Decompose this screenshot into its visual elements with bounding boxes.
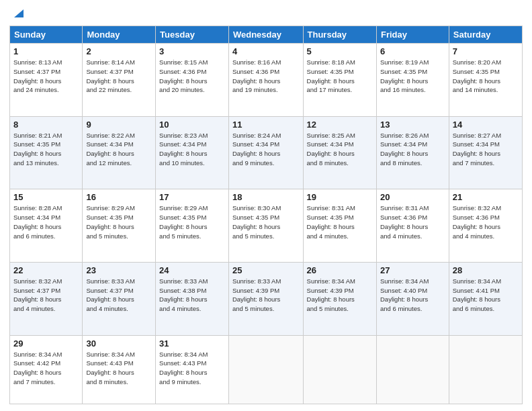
day-number: 20 (380, 192, 445, 202)
day-info: Sunrise: 8:13 AMSunset: 4:37 PMDaylight:… (13, 58, 79, 95)
day-number: 13 (380, 120, 445, 130)
calendar-table: SundayMondayTuesdayWednesdayThursdayFrid… (9, 26, 523, 404)
day-number: 15 (13, 192, 79, 202)
calendar-cell: 4Sunrise: 8:16 AMSunset: 4:36 PMDaylight… (228, 44, 303, 117)
calendar-cell: 20Sunrise: 8:31 AMSunset: 4:36 PMDayligh… (376, 189, 449, 263)
day-info: Sunrise: 8:24 AMSunset: 4:34 PMDaylight:… (232, 131, 300, 168)
day-number: 30 (86, 338, 152, 349)
calendar-header-saturday: Saturday (449, 26, 522, 44)
calendar-cell: 8Sunrise: 8:21 AMSunset: 4:35 PMDaylight… (10, 116, 83, 189)
calendar-cell (228, 335, 303, 404)
day-info: Sunrise: 8:32 AMSunset: 4:36 PMDaylight:… (453, 203, 519, 240)
calendar-cell: 21Sunrise: 8:32 AMSunset: 4:36 PMDayligh… (449, 189, 522, 263)
day-info: Sunrise: 8:34 AMSunset: 4:41 PMDaylight:… (453, 277, 519, 314)
day-info: Sunrise: 8:33 AMSunset: 4:39 PMDaylight:… (232, 277, 300, 314)
calendar-cell: 15Sunrise: 8:28 AMSunset: 4:34 PMDayligh… (10, 189, 83, 263)
calendar-header-wednesday: Wednesday (228, 26, 303, 44)
day-number: 28 (453, 265, 519, 275)
day-number: 16 (86, 192, 152, 202)
day-number: 7 (453, 46, 519, 56)
day-number: 9 (86, 120, 152, 130)
day-info: Sunrise: 8:34 AMSunset: 4:43 PMDaylight:… (86, 350, 152, 387)
calendar-cell: 23Sunrise: 8:33 AMSunset: 4:37 PMDayligh… (83, 262, 156, 335)
day-number: 23 (86, 265, 152, 275)
day-number: 21 (453, 192, 519, 202)
calendar-cell (303, 335, 376, 404)
day-info: Sunrise: 8:22 AMSunset: 4:34 PMDaylight:… (86, 131, 152, 168)
svg-marker-0 (14, 9, 24, 17)
calendar-cell: 18Sunrise: 8:30 AMSunset: 4:35 PMDayligh… (228, 189, 303, 263)
calendar-cell: 29Sunrise: 8:34 AMSunset: 4:42 PMDayligh… (10, 335, 83, 404)
calendar-header-friday: Friday (376, 26, 449, 44)
calendar-cell: 6Sunrise: 8:19 AMSunset: 4:35 PMDaylight… (376, 44, 449, 117)
calendar-header-thursday: Thursday (303, 26, 376, 44)
day-info: Sunrise: 8:19 AMSunset: 4:35 PMDaylight:… (380, 58, 445, 95)
calendar-header-sunday: Sunday (10, 26, 83, 44)
day-number: 12 (307, 120, 373, 130)
calendar-cell: 2Sunrise: 8:14 AMSunset: 4:37 PMDaylight… (83, 44, 156, 117)
day-info: Sunrise: 8:25 AMSunset: 4:34 PMDaylight:… (307, 131, 373, 168)
day-number: 19 (307, 192, 373, 202)
day-info: Sunrise: 8:33 AMSunset: 4:38 PMDaylight:… (159, 277, 225, 314)
day-info: Sunrise: 8:20 AMSunset: 4:35 PMDaylight:… (453, 58, 519, 95)
calendar-cell: 11Sunrise: 8:24 AMSunset: 4:34 PMDayligh… (228, 116, 303, 189)
calendar-header-row: SundayMondayTuesdayWednesdayThursdayFrid… (10, 26, 523, 44)
day-number: 5 (307, 46, 373, 56)
day-number: 22 (13, 265, 79, 275)
calendar-cell: 25Sunrise: 8:33 AMSunset: 4:39 PMDayligh… (228, 262, 303, 335)
day-info: Sunrise: 8:28 AMSunset: 4:34 PMDaylight:… (13, 203, 79, 240)
day-number: 27 (380, 265, 445, 275)
calendar-cell: 30Sunrise: 8:34 AMSunset: 4:43 PMDayligh… (83, 335, 156, 404)
calendar-cell: 22Sunrise: 8:32 AMSunset: 4:37 PMDayligh… (10, 262, 83, 335)
day-info: Sunrise: 8:26 AMSunset: 4:34 PMDaylight:… (380, 131, 445, 168)
calendar-cell: 5Sunrise: 8:18 AMSunset: 4:35 PMDaylight… (303, 44, 376, 117)
day-number: 18 (232, 192, 300, 202)
calendar-cell (376, 335, 449, 404)
calendar-cell: 27Sunrise: 8:34 AMSunset: 4:40 PMDayligh… (376, 262, 449, 335)
calendar-header-monday: Monday (83, 26, 156, 44)
day-info: Sunrise: 8:29 AMSunset: 4:35 PMDaylight:… (159, 203, 225, 240)
calendar-cell: 10Sunrise: 8:23 AMSunset: 4:34 PMDayligh… (156, 116, 229, 189)
day-info: Sunrise: 8:21 AMSunset: 4:35 PMDaylight:… (13, 131, 79, 168)
page-container: SundayMondayTuesdayWednesdayThursdayFrid… (0, 0, 532, 411)
logo (9, 7, 26, 20)
day-number: 10 (159, 120, 225, 130)
calendar-cell: 24Sunrise: 8:33 AMSunset: 4:38 PMDayligh… (156, 262, 229, 335)
day-info: Sunrise: 8:16 AMSunset: 4:36 PMDaylight:… (232, 58, 300, 95)
calendar-cell (449, 335, 522, 404)
day-info: Sunrise: 8:34 AMSunset: 4:42 PMDaylight:… (13, 350, 79, 387)
page-header (9, 7, 523, 20)
day-number: 6 (380, 46, 445, 56)
calendar-cell: 9Sunrise: 8:22 AMSunset: 4:34 PMDaylight… (83, 116, 156, 189)
calendar-cell: 28Sunrise: 8:34 AMSunset: 4:41 PMDayligh… (449, 262, 522, 335)
day-info: Sunrise: 8:23 AMSunset: 4:34 PMDaylight:… (159, 131, 225, 168)
calendar-cell: 13Sunrise: 8:26 AMSunset: 4:34 PMDayligh… (376, 116, 449, 189)
day-number: 11 (232, 120, 300, 130)
day-info: Sunrise: 8:29 AMSunset: 4:35 PMDaylight:… (86, 203, 152, 240)
day-number: 29 (13, 338, 79, 349)
day-info: Sunrise: 8:31 AMSunset: 4:36 PMDaylight:… (380, 203, 445, 240)
day-info: Sunrise: 8:33 AMSunset: 4:37 PMDaylight:… (86, 277, 152, 314)
day-number: 24 (159, 265, 225, 275)
day-info: Sunrise: 8:30 AMSunset: 4:35 PMDaylight:… (232, 203, 300, 240)
day-info: Sunrise: 8:34 AMSunset: 4:39 PMDaylight:… (307, 277, 373, 314)
calendar-cell: 12Sunrise: 8:25 AMSunset: 4:34 PMDayligh… (303, 116, 376, 189)
logo-icon (11, 5, 26, 20)
calendar-cell: 3Sunrise: 8:15 AMSunset: 4:36 PMDaylight… (156, 44, 229, 117)
day-number: 14 (453, 120, 519, 130)
day-info: Sunrise: 8:32 AMSunset: 4:37 PMDaylight:… (13, 277, 79, 314)
calendar-cell: 31Sunrise: 8:34 AMSunset: 4:43 PMDayligh… (156, 335, 229, 404)
calendar-header-tuesday: Tuesday (156, 26, 229, 44)
day-number: 3 (159, 46, 225, 56)
day-number: 25 (232, 265, 300, 275)
calendar-cell: 19Sunrise: 8:31 AMSunset: 4:35 PMDayligh… (303, 189, 376, 263)
day-number: 4 (232, 46, 300, 56)
calendar-cell: 26Sunrise: 8:34 AMSunset: 4:39 PMDayligh… (303, 262, 376, 335)
calendar-cell: 17Sunrise: 8:29 AMSunset: 4:35 PMDayligh… (156, 189, 229, 263)
calendar-cell: 7Sunrise: 8:20 AMSunset: 4:35 PMDaylight… (449, 44, 522, 117)
day-info: Sunrise: 8:18 AMSunset: 4:35 PMDaylight:… (307, 58, 373, 95)
day-info: Sunrise: 8:15 AMSunset: 4:36 PMDaylight:… (159, 58, 225, 95)
day-info: Sunrise: 8:14 AMSunset: 4:37 PMDaylight:… (86, 58, 152, 95)
day-number: 31 (159, 338, 225, 349)
day-number: 1 (13, 46, 79, 56)
